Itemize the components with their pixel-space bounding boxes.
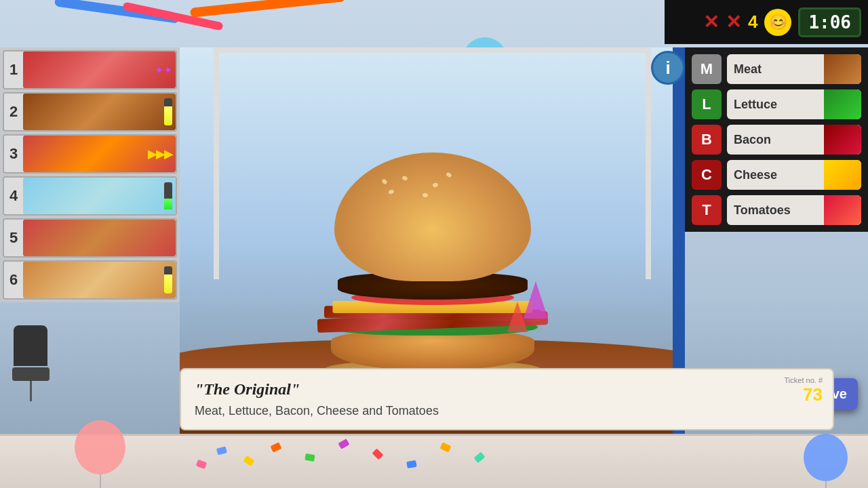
ingredient-label-bacon: Bacon — [727, 125, 861, 155]
order-indicator-3: ▶▶▶ — [148, 146, 172, 161]
order-thumb-5 — [23, 220, 176, 256]
key-t: T — [692, 195, 722, 225]
ingredients-panel: M Meat L Lettuce B Bacon C Cheese T Toma… — [685, 47, 868, 232]
burger-display — [297, 122, 568, 380]
confetti — [406, 460, 417, 468]
burger-top-bun — [334, 152, 531, 281]
confetti — [372, 449, 384, 460]
ingredient-label-tomatoes: Tomatoes — [727, 195, 861, 225]
meat-thumb — [824, 54, 861, 84]
ingredient-row-lettuce[interactable]: L Lettuce — [692, 89, 861, 119]
ticket-number-area: Ticket no. # 73 — [785, 376, 823, 405]
ticket-burger-name: "The Original" — [195, 380, 819, 399]
sesame-seed — [422, 192, 428, 197]
ticket-no-label: Ticket no. # — [785, 376, 823, 384]
order-indicator-4 — [164, 182, 172, 209]
key-c: C — [692, 160, 722, 190]
window-frame-left — [214, 47, 219, 279]
order-num-6: 6 — [4, 271, 23, 289]
party-hat-2 — [507, 302, 528, 332]
ingredient-row-cheese[interactable]: C Cheese — [692, 160, 861, 190]
tomatoes-thumb — [824, 195, 861, 225]
floor-area — [0, 434, 868, 488]
ingredient-label-lettuce: Lettuce — [727, 89, 861, 119]
ingredient-row-bacon[interactable]: B Bacon — [692, 125, 861, 155]
order-item-4[interactable]: 4 — [3, 176, 177, 216]
sesame-seed — [432, 182, 438, 188]
confetti — [440, 443, 452, 453]
window-frame-top — [214, 47, 651, 53]
confetti — [338, 439, 349, 449]
bacon-thumb — [824, 125, 861, 155]
confetti — [473, 452, 485, 464]
sesame-seed — [381, 178, 388, 185]
order-item-6[interactable]: 6 — [3, 260, 177, 300]
order-item-1[interactable]: 1 ✦✦ — [3, 50, 177, 89]
key-b: B — [692, 125, 722, 155]
order-thumb-2 — [23, 94, 176, 130]
sesame-seed — [401, 176, 408, 181]
cheese-label: Cheese — [734, 168, 777, 182]
ingredient-label-cheese: Cheese — [727, 160, 861, 190]
face-icon: 😊 — [764, 9, 791, 36]
key-m: M — [692, 54, 722, 84]
order-indicator-1: ✦✦ — [155, 64, 172, 77]
order-num-5: 5 — [4, 229, 23, 247]
chair-seat — [12, 367, 50, 381]
confetti — [216, 446, 227, 455]
cheese-thumb — [824, 160, 861, 190]
ingredient-label-meat: Meat — [727, 54, 861, 84]
order-num-4: 4 — [4, 187, 23, 205]
tomatoes-label: Tomatoes — [734, 203, 791, 218]
chair-back — [14, 325, 47, 366]
order-thumb-6 — [23, 262, 176, 298]
confetti — [304, 453, 315, 462]
window-frame-right — [646, 47, 651, 279]
info-icon: i — [665, 58, 670, 79]
order-item-5[interactable]: 5 — [3, 218, 177, 258]
order-num-1: 1 — [4, 61, 23, 79]
order-item-3[interactable]: 3 ▶▶▶ — [3, 134, 177, 174]
score-display: 4 — [748, 12, 757, 33]
lettuce-thumb — [824, 89, 861, 119]
order-thumb-4 — [23, 178, 176, 214]
arrows-icon: ▶▶▶ — [148, 147, 172, 161]
meat-label: Meat — [734, 62, 762, 77]
timer-display: 1:06 — [798, 7, 861, 37]
key-l: L — [692, 89, 722, 119]
office-chair — [10, 325, 51, 407]
hud-bar: ✕ ✕ 4 😊 1:06 — [665, 0, 868, 44]
x-mark-2: ✕ — [726, 11, 741, 33]
bacon-label: Bacon — [734, 133, 771, 147]
order-thumb-3: ▶▶▶ — [23, 136, 176, 172]
info-button[interactable]: i — [651, 51, 685, 85]
sesame-seed — [446, 171, 452, 178]
ticket-number-value: 73 — [785, 384, 823, 405]
confetti — [271, 443, 282, 453]
glow-icon: ✦✦ — [155, 64, 172, 76]
orders-panel: 1 ✦✦ 2 3 ▶▶▶ 4 — [0, 47, 180, 302]
floor-balloon-pink — [75, 420, 125, 474]
order-num-2: 2 — [4, 103, 23, 121]
confetti — [196, 460, 208, 469]
x-mark-1: ✕ — [703, 11, 719, 33]
lettuce-label: Lettuce — [734, 98, 777, 112]
floor-balloon-blue — [804, 434, 848, 481]
order-indicator-2 — [164, 98, 172, 125]
order-ticket: "The Original" Meat, Lettuce, Bacon, Che… — [180, 368, 834, 430]
confetti — [243, 455, 254, 466]
chair-leg — [30, 381, 32, 401]
sesame-seed — [388, 189, 395, 195]
ingredient-row-meat[interactable]: M Meat — [692, 54, 861, 84]
order-indicator-6 — [164, 266, 172, 293]
order-thumb-1: ✦✦ — [23, 52, 176, 88]
order-num-3: 3 — [4, 145, 23, 163]
ingredient-row-tomatoes[interactable]: T Tomatoes — [692, 195, 861, 225]
order-item-2[interactable]: 2 — [3, 92, 177, 131]
ticket-ingredients-text: Meat, Lettuce, Bacon, Cheese and Tomatoe… — [195, 404, 819, 418]
